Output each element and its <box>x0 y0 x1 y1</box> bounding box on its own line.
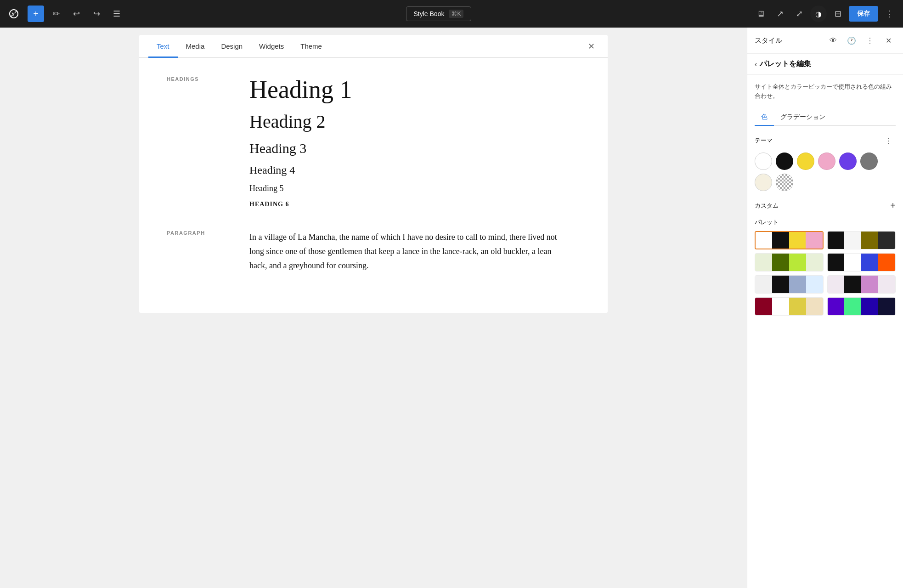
wp-logo <box>6 6 22 22</box>
headings-label: HEADINGS <box>167 76 231 197</box>
close-panel-button[interactable]: ✕ <box>584 40 598 53</box>
color-swatch[interactable] <box>755 174 772 191</box>
resize-button[interactable]: ⤢ <box>791 6 807 22</box>
paragraph-label: PARAGRAPH <box>167 230 231 261</box>
headings-section: HEADINGS Heading 1 Heading 2 Heading 3 H… <box>167 76 580 208</box>
palette-label: パレット <box>755 218 896 226</box>
desktop-view-button[interactable]: 🖥 <box>752 6 769 22</box>
palette-cell <box>806 276 823 293</box>
palette-row[interactable] <box>827 231 896 249</box>
palette-cell <box>789 276 806 293</box>
undo-button[interactable]: ↩ <box>68 6 85 22</box>
palette-cell <box>789 298 806 315</box>
color-swatch[interactable] <box>860 153 878 170</box>
tab-design[interactable]: Design <box>213 35 251 58</box>
palette-cell <box>861 254 878 271</box>
color-swatch[interactable] <box>797 153 814 170</box>
palette-cell <box>861 232 878 249</box>
style-book-pill: Style Book ⌘K <box>406 6 472 21</box>
color-swatch[interactable] <box>839 153 857 170</box>
color-swatch[interactable] <box>776 153 793 170</box>
add-button[interactable]: + <box>28 6 44 22</box>
palette-cell <box>755 298 772 315</box>
theme-toggle-button[interactable]: ◑ <box>810 6 827 22</box>
tab-media[interactable]: Media <box>178 35 213 58</box>
toolbar-right: 🖥 ↗ ⤢ ◑ ⊟ 保存 ⋮ <box>752 6 897 22</box>
palette-cell <box>772 298 789 315</box>
palette-row[interactable] <box>755 275 824 294</box>
toolbar-center: Style Book ⌘K <box>129 6 749 21</box>
color-tab-color[interactable]: 色 <box>755 109 774 126</box>
palette-row[interactable] <box>827 275 896 294</box>
sidebar-back-row: ‹ パレットを編集 <box>747 54 903 75</box>
paragraph-text: In a village of La Mancha, the name of w… <box>249 230 562 272</box>
sidebar-header: スタイル 👁 🕐 ⋮ ✕ <box>747 28 903 54</box>
preview-button[interactable]: 👁 <box>826 33 841 48</box>
back-title: パレットを編集 <box>760 59 811 69</box>
palette-row[interactable] <box>755 231 824 249</box>
palette-cell <box>878 254 895 271</box>
toolbar: + ✏ ↩ ↪ ☰ Style Book ⌘K 🖥 ↗ ⤢ ◑ ⊟ 保存 ⋮ <box>0 0 903 28</box>
history-button[interactable]: 🕐 <box>844 33 859 48</box>
palette-row[interactable] <box>827 253 896 271</box>
center-area: Text Media Design Widgets Theme ✕ HEADIN… <box>0 28 747 588</box>
color-swatch[interactable] <box>755 153 772 170</box>
overflow-menu-button[interactable]: ⋮ <box>881 6 897 22</box>
sidebar-description: サイト全体とカラーピッカーで使用される色の組み合わせ。 <box>755 82 896 100</box>
palette-cell <box>844 276 861 293</box>
palette-cell <box>828 298 845 315</box>
palette-cell <box>844 254 861 271</box>
shortcut-badge: ⌘K <box>449 10 463 18</box>
palette-cell <box>828 254 845 271</box>
add-custom-color-button[interactable]: + <box>890 200 896 211</box>
heading6: HEADING 6 <box>249 201 580 208</box>
sidebar-body: サイト全体とカラーピッカーで使用される色の組み合わせ。 色 グラデーション テー… <box>747 75 903 588</box>
theme-palette-title: テーマ ⋮ <box>755 133 896 148</box>
style-book-title: Style Book <box>414 10 445 17</box>
palette-cell <box>861 298 878 315</box>
palette-cell <box>828 232 845 249</box>
palette-cell <box>878 298 895 315</box>
sidebar-overflow-button[interactable]: ⋮ <box>863 33 877 48</box>
heading3: Heading 3 <box>249 140 580 157</box>
theme-palette-overflow[interactable]: ⋮ <box>881 133 896 148</box>
redo-button[interactable]: ↪ <box>88 6 105 22</box>
sidebar-close-button[interactable]: ✕ <box>881 33 896 48</box>
palette-cell <box>878 276 895 293</box>
palette-cell <box>806 254 823 271</box>
menu-button[interactable]: ☰ <box>108 6 125 22</box>
save-button[interactable]: 保存 <box>849 6 878 22</box>
headings-content: Heading 1 Heading 2 Heading 3 Heading 4 … <box>249 76 580 208</box>
color-tab-gradient[interactable]: グラデーション <box>774 109 832 126</box>
back-button[interactable]: ‹ <box>755 60 757 68</box>
palette-cell <box>844 232 861 249</box>
palette-cell <box>756 232 772 249</box>
external-link-button[interactable]: ↗ <box>772 6 788 22</box>
paragraph-content: In a village of La Mancha, the name of w… <box>249 230 580 272</box>
palette-row[interactable] <box>827 297 896 316</box>
tab-widgets[interactable]: Widgets <box>251 35 292 58</box>
split-view-button[interactable]: ⊟ <box>830 6 846 22</box>
palette-cell <box>789 254 806 271</box>
heading5: Heading 5 <box>249 184 580 193</box>
custom-section: カスタム + <box>755 200 896 211</box>
palette-cell <box>772 232 789 249</box>
tab-text[interactable]: Text <box>148 35 178 58</box>
palette-cell <box>806 298 823 315</box>
palette-cell <box>878 232 895 249</box>
heading2: Heading 2 <box>249 111 580 133</box>
palette-cell <box>806 232 822 249</box>
palette-row[interactable] <box>755 297 824 316</box>
style-book-panel: Text Media Design Widgets Theme ✕ HEADIN… <box>139 35 608 313</box>
palette-cell <box>861 276 878 293</box>
tab-theme[interactable]: Theme <box>292 35 330 58</box>
sidebar: スタイル 👁 🕐 ⋮ ✕ ‹ パレットを編集 サイト全体とカラーピッカーで使用さ… <box>747 28 903 588</box>
color-swatch[interactable] <box>818 153 835 170</box>
sidebar-title: スタイル <box>755 36 822 45</box>
style-book-content: HEADINGS Heading 1 Heading 2 Heading 3 H… <box>139 58 608 313</box>
palette-row[interactable] <box>755 253 824 271</box>
edit-button[interactable]: ✏ <box>48 6 64 22</box>
color-swatch[interactable] <box>776 174 793 191</box>
custom-label: カスタム <box>755 202 779 210</box>
color-tabs: 色 グラデーション <box>755 109 896 126</box>
